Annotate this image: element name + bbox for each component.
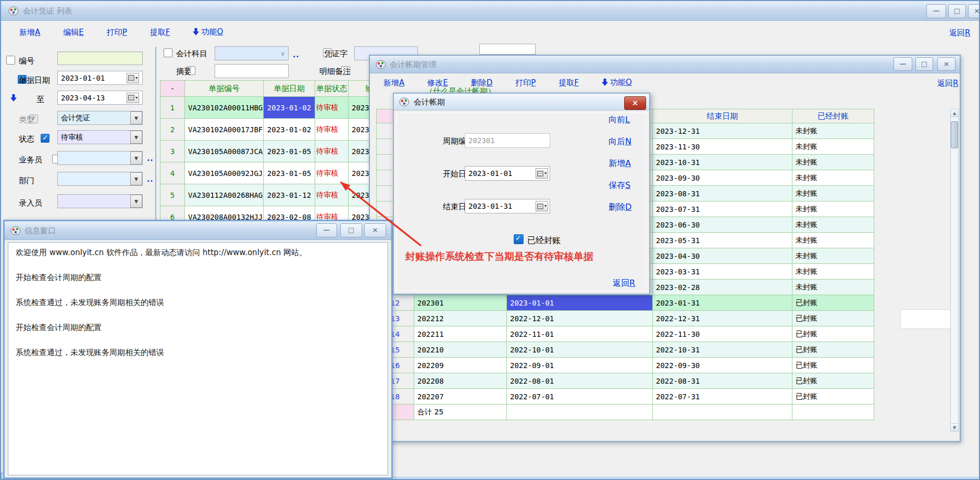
filter-panel: 编号 单据日期 2023-01-01 ▼ 至 2023-04-13 ▼ 类型 会… [1, 45, 155, 222]
screen: { "colors": { "selected_cell": "#4a55e0"… [0, 0, 980, 480]
bumen-combo[interactable]: ▼ [57, 172, 143, 186]
info-line: 开始检查会计周期的配置 [16, 323, 380, 333]
extra-filter-input[interactable] [479, 44, 536, 55]
main-titlebar[interactable]: 会计凭证 列表 — □ × [1, 1, 980, 21]
dropdown-icon[interactable]: ▼ [130, 195, 142, 208]
period-row[interactable]: 17 202208 2022-08-01 2022-08-31 已封账 [377, 373, 874, 389]
toolbar-link[interactable]: 提取F [559, 78, 579, 88]
zhuangtai-combo[interactable]: 待审核 ▼ [57, 130, 143, 144]
period-row[interactable]: 14 202211 2022-11-01 2022-11-30 已封账 [377, 326, 874, 342]
close-button[interactable]: × [968, 4, 980, 18]
main-back-link[interactable]: 返回R [949, 28, 970, 38]
dialog-title: 会计帐期 [414, 97, 445, 107]
period-titlebar[interactable]: 会计帐期管理 — □ × [370, 56, 960, 73]
dropdown-icon[interactable]: ▼ [130, 151, 142, 165]
toolbar-link[interactable]: 编辑E [63, 28, 83, 37]
toolbar-link[interactable]: 新增A [19, 28, 40, 37]
scrollbar-thumb[interactable] [951, 121, 958, 148]
dropdown-icon[interactable]: ▼ [130, 172, 142, 185]
close-button[interactable]: × [364, 223, 386, 237]
date-to-input[interactable]: 2023-04-13 ▼ [57, 91, 143, 105]
toolbar-link[interactable]: 新增A [383, 78, 404, 88]
maximize-button[interactable]: □ [340, 223, 362, 237]
bumen-lookup-link[interactable]: .. [147, 175, 154, 183]
calendar-icon[interactable]: ▼ [127, 73, 139, 83]
period-row[interactable]: 18 202207 2022-07-01 2022-07-31 已封账 [377, 389, 874, 405]
yewuyuan-label: 业务员 [19, 155, 42, 165]
period-row[interactable]: 16 202209 2022-09-01 2022-09-30 已封账 [377, 358, 874, 373]
panel-separator [155, 47, 156, 220]
info-titlebar[interactable]: 信息窗口 — □ × [5, 221, 391, 240]
dialog-side-link[interactable]: 保存S [609, 180, 630, 191]
zhaiyao-input[interactable] [215, 64, 289, 78]
dropdown-icon[interactable]: ▼ [130, 111, 142, 124]
end-date-input[interactable]: 2023-01-31 ▼ [465, 199, 550, 213]
bumen-label: 部门 [19, 176, 34, 186]
dialog-side-link[interactable]: 删除D [609, 202, 631, 213]
leixing-combo[interactable]: 会计凭证 ▼ [57, 111, 143, 125]
period-row[interactable]: 15 202210 2022-10-01 2022-10-31 已封账 [377, 342, 874, 358]
minimize-button[interactable]: — [894, 57, 912, 71]
mingxi-label: 明细备注 [319, 67, 351, 77]
bianhao-input[interactable] [57, 52, 143, 65]
chevron-down-icon: ∨ [280, 50, 285, 57]
toolbar-link[interactable]: 功能O [193, 27, 223, 37]
down-arrow-icon [193, 28, 199, 37]
info-window-title: 信息窗口 [24, 226, 56, 236]
dialog-titlebar[interactable]: 会计帐期 × [394, 94, 649, 110]
dropdown-icon[interactable]: ▼ [130, 131, 142, 144]
scroll-down-icon[interactable]: ▼ [951, 423, 958, 431]
calendar-icon[interactable]: ▼ [127, 93, 139, 103]
zhuangtai-label: 状态 [19, 134, 34, 144]
total-label: 合计 25 [414, 405, 507, 420]
toolbar-link[interactable]: 打印P [107, 28, 127, 37]
period-no-input[interactable]: 202301 [465, 133, 550, 148]
period-window-title: 会计帐期管理 [390, 60, 437, 70]
zhuangtai-checkbox[interactable] [41, 134, 49, 143]
kemu-checkbox[interactable] [164, 48, 172, 57]
bianhao-label: 编号 [19, 56, 34, 66]
app-icon [10, 225, 21, 238]
dialog-side-link[interactable]: 新增A [609, 158, 631, 169]
info-line: 欢迎使用 www.onlyit.cn 软件作品，最新动态请访问 http://w… [16, 248, 380, 258]
dialog-side-link[interactable]: 向前L [609, 115, 630, 125]
toolbar-link[interactable]: 打印P [515, 78, 536, 88]
period-row[interactable]: 13 202212 2022-12-01 2022-12-31 已封账 [377, 311, 874, 326]
scroll-up-icon[interactable]: ▲ [951, 109, 958, 117]
toolbar-link[interactable]: 提取F [150, 28, 170, 37]
table-scrollbar[interactable]: ▲ ▼ [950, 109, 959, 432]
period-row[interactable]: 12 202301 2023-01-01 2023-01-31 已封账 [377, 295, 874, 311]
info-line: 系统检查通过，未发现账务周期相关的错误 [16, 298, 380, 308]
dialog-side-link[interactable]: 向后N [609, 136, 631, 147]
maximize-button[interactable]: □ [948, 4, 966, 18]
minimize-button[interactable]: — [316, 223, 337, 237]
main-window-title: 会计凭证 列表 [23, 6, 72, 16]
main-toolbar: 新增A编辑E打印P提取F功能O [19, 25, 246, 40]
period-total-row: 合计 25 [377, 405, 874, 420]
date-from-input[interactable]: 2023-01-01 ▼ [57, 71, 143, 85]
calendar-icon[interactable]: ▼ [536, 201, 548, 211]
calendar-icon[interactable]: ▼ [536, 168, 548, 179]
kemu-combo[interactable]: ∨ [215, 46, 289, 60]
luruyuan-combo[interactable]: ▼ [57, 194, 143, 208]
blank-panel [900, 309, 957, 329]
dialog-back-link[interactable]: 返回R [613, 278, 635, 289]
bianhao-checkbox[interactable] [6, 56, 15, 65]
toolbar-link[interactable]: 功能O [602, 78, 632, 88]
info-line: 系统检查通过，未发现账务周期相关的错误 [16, 348, 380, 358]
yewuyuan-combo[interactable]: ▼ [57, 151, 143, 165]
start-date-input[interactable]: 2023-01-01 ▼ [465, 166, 550, 181]
close-button[interactable]: × [937, 57, 956, 71]
kemu-lookup-link[interactable]: .. [293, 50, 300, 59]
period-back-link[interactable]: 返回R [937, 79, 958, 89]
maximize-button[interactable]: □ [915, 57, 933, 71]
yewuyuan-lookup-link[interactable]: .. [147, 154, 154, 162]
date-label: 单据日期 [19, 75, 50, 85]
dialog-links: 向前L向后N新增A保存S删除D [609, 115, 640, 213]
dialog-close-button[interactable]: × [624, 96, 646, 110]
closed-checkbox[interactable] [514, 234, 524, 244]
minimize-button[interactable]: — [926, 4, 946, 18]
zhaiyao-label: 摘要 [176, 67, 192, 77]
app-icon [399, 96, 410, 110]
info-line: 开始检查会计周期的配置 [16, 273, 380, 283]
